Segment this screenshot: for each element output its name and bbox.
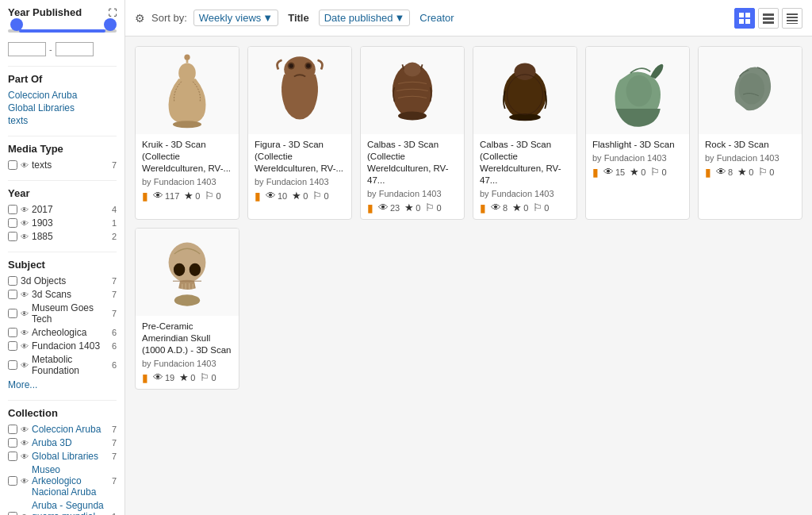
item-body-3: Calbas - 3D Scan (Collectie Wereldcultur…: [473, 134, 576, 219]
year-1885-checkbox[interactable]: [8, 232, 17, 241]
fav-count-5: 0: [749, 167, 753, 177]
item-body-4: Flashlight - 3D Scan by Fundacion 1403 ▮…: [586, 134, 689, 183]
svg-rect-9: [787, 20, 798, 21]
item-author-6: by Fundacion 1403: [142, 359, 232, 368]
eye-icon: 👁: [21, 161, 29, 170]
collection-global-count: 7: [112, 452, 117, 461]
collection-global-row: 👁 Global Libraries 7: [8, 451, 117, 462]
date-published-dropdown[interactable]: Date published ▼: [319, 10, 411, 26]
chevron-down-icon: ▼: [262, 12, 273, 24]
collection-global-checkbox[interactable]: [8, 452, 17, 461]
subject-goestech-checkbox[interactable]: [8, 309, 17, 318]
comments-1: ⚐ 0: [312, 190, 328, 202]
collection-coleccion-checkbox[interactable]: [8, 425, 17, 434]
eye-fundacion-icon: 👁: [21, 342, 29, 351]
collection-coleccion-link[interactable]: Coleccion Aruba: [32, 424, 101, 435]
item-image-6: [136, 229, 239, 316]
sort-icon: ⚙: [135, 12, 145, 25]
weekly-views-dropdown[interactable]: Weekly views ▼: [193, 10, 278, 26]
item-meta-3: ▮ 👁 8 ★ 0 ⚐ 0: [480, 202, 570, 214]
favs-2: ★ 0: [404, 202, 420, 213]
item-card-6[interactable]: Pre-Ceramic Amerindian Skull (1000 A.D.)…: [135, 228, 239, 390]
views-4: 👁 15: [603, 166, 625, 178]
star-icon-0: ★: [184, 190, 193, 202]
media-type-texts-checkbox[interactable]: [8, 160, 17, 170]
grid-view-button[interactable]: [734, 8, 755, 29]
subject-more-link[interactable]: More...: [8, 379, 117, 390]
collection-global-link[interactable]: Global Libraries: [32, 451, 98, 462]
skull-artifact-svg: [146, 233, 228, 311]
item-meta-0: ▮ 👁 117 ★ 0 ⚐ 0: [142, 190, 232, 202]
item-title-4: Flashlight - 3D Scan: [592, 139, 683, 151]
svg-point-24: [515, 63, 536, 80]
favs-6: ★ 0: [179, 371, 195, 383]
svg-point-14: [184, 54, 190, 60]
star-icon-1: ★: [292, 190, 301, 202]
subject-fundacion-checkbox[interactable]: [8, 341, 17, 351]
collection-museo-link[interactable]: Museo Arkeologico Nacional Aruba: [32, 464, 109, 498]
year-min-input[interactable]: 1885: [8, 42, 46, 56]
item-card-1[interactable]: Figura - 3D Scan (Collectie Wereldcultur…: [247, 46, 352, 220]
svg-rect-5: [763, 17, 774, 20]
collection-aruba3d-checkbox[interactable]: [8, 438, 17, 448]
subject-archeologica-checkbox[interactable]: [8, 328, 17, 337]
year-1903-checkbox[interactable]: [8, 218, 17, 228]
part-of-link-global[interactable]: Global Libraries: [8, 102, 117, 113]
comment-count-1: 0: [324, 191, 328, 201]
slider-handle-left[interactable]: [10, 18, 23, 31]
eye-meta-icon-3: 👁: [491, 202, 501, 213]
slider-track[interactable]: [8, 23, 117, 39]
year-inputs: 1885 - 2017: [8, 42, 117, 56]
part-of-section: Part Of Coleccion Aruba Global Libraries…: [8, 73, 117, 126]
item-card-5[interactable]: Rock - 3D Scan by Fundacion 1403 ▮ 👁 8 ★…: [698, 46, 802, 220]
item-image-5: [699, 47, 802, 134]
item-title-0: Kruik - 3D Scan (Collectie Wereldculture…: [142, 139, 232, 175]
item-body-1: Figura - 3D Scan (Collectie Wereldcultur…: [248, 134, 351, 207]
compact-view-button[interactable]: [782, 8, 802, 29]
item-card-3[interactable]: Calbas - 3D Scan (Collectie Wereldcultur…: [473, 46, 577, 220]
collection-museo-checkbox[interactable]: [8, 476, 17, 486]
subject-metabolic-checkbox[interactable]: [8, 360, 17, 370]
part-of-link-texts[interactable]: texts: [8, 115, 117, 126]
year-section: Year 👁 2017 4 👁 1903 1 👁 1885 2: [8, 187, 117, 242]
year-2017-row: 👁 2017 4: [8, 204, 117, 215]
year-2017-checkbox[interactable]: [8, 205, 17, 214]
year-expand-icon[interactable]: ⛶: [108, 8, 117, 17]
collection-guerra-link[interactable]: Aruba - Segunda guerra mundial - World W…: [32, 500, 109, 515]
collection-aruba3d-link[interactable]: Aruba 3D: [32, 437, 72, 448]
item-body-2: Calbas - 3D Scan (Collectie Wereldcultur…: [361, 134, 464, 219]
year-1903-label: 1903: [32, 217, 53, 229]
subject-3dscans-label: 3d Scans: [32, 289, 71, 300]
year-1885-row: 👁 1885 2: [8, 231, 117, 242]
collection-coleccion-row: 👁 Coleccion Aruba 7: [8, 424, 117, 435]
comment-count-6: 0: [211, 373, 216, 382]
list-view-button[interactable]: [758, 8, 779, 29]
item-card-0[interactable]: Kruik - 3D Scan (Collectie Wereldculture…: [135, 46, 239, 220]
part-of-link-coleccion[interactable]: Coleccion Aruba: [8, 90, 117, 101]
svg-point-31: [190, 263, 201, 276]
creator-sort-link[interactable]: Creator: [419, 12, 454, 24]
views-1: 👁 10: [266, 190, 287, 202]
svg-rect-10: [787, 23, 798, 24]
topbar: ⚙ Sort by: Weekly views ▼ Title Date pub…: [125, 0, 812, 37]
slider-handle-right[interactable]: [104, 18, 117, 31]
item-card-2[interactable]: Calbas - 3D Scan (Collectie Wereldcultur…: [360, 46, 465, 220]
svg-rect-8: [787, 17, 798, 18]
subject-goestech-label: Museum Goes Tech: [32, 302, 109, 325]
eye-metabolic-icon: 👁: [21, 361, 29, 370]
list-view-icon: [763, 13, 774, 24]
book-icon-2: ▮: [367, 202, 373, 214]
collection-guerra-checkbox[interactable]: [8, 512, 17, 515]
eye-aruba3d-icon: 👁: [21, 439, 29, 448]
year-max-input[interactable]: 2017: [56, 42, 94, 56]
svg-point-32: [174, 295, 200, 306]
item-card-4[interactable]: Flashlight - 3D Scan by Fundacion 1403 ▮…: [585, 46, 690, 220]
item-author-0: by Fundacion 1403: [142, 177, 232, 186]
eye-1903-icon: 👁: [21, 219, 29, 228]
collection-aruba3d-row: 👁 Aruba 3D 7: [8, 437, 117, 448]
media-type-texts-label: texts: [32, 159, 52, 171]
comments-4: ⚐ 0: [650, 166, 666, 178]
title-sort-link[interactable]: Title: [288, 12, 309, 24]
subject-3dobjects-checkbox[interactable]: [8, 276, 17, 286]
subject-3dscans-checkbox[interactable]: [8, 290, 17, 299]
